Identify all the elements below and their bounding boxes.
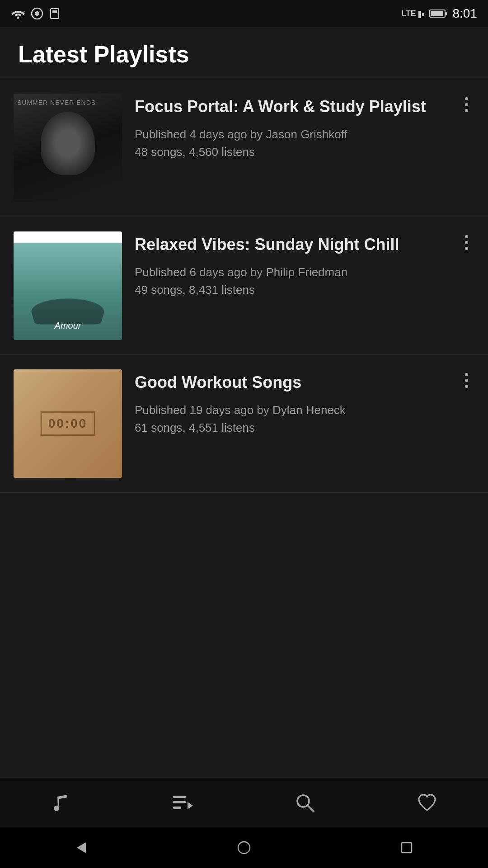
svg-point-13 (297, 795, 309, 807)
nav-search[interactable] (282, 785, 328, 821)
system-nav-bar (0, 827, 488, 868)
svg-rect-4 (51, 9, 59, 19)
playlist-published: Published 19 days ago by Dylan Heneck (135, 401, 452, 419)
playlist-thumbnail-2[interactable]: Amour (14, 231, 122, 340)
playlist-published: Published 4 days ago by Jason Grishkoff (135, 126, 452, 143)
page-header: Latest Playlists (0, 27, 488, 79)
nav-favorites[interactable] (404, 785, 450, 821)
status-time: 8:01 (453, 6, 478, 21)
playlist-menu-button[interactable] (455, 231, 477, 253)
list-item: Focus Portal: A Work & Study Playlist Pu… (0, 79, 488, 217)
playlist-icon (172, 793, 194, 813)
svg-point-0 (17, 17, 19, 19)
svg-rect-9 (445, 12, 447, 15)
nav-back-button[interactable] (68, 834, 95, 861)
playlist-info-3: Good Workout Songs Published 19 days ago… (135, 369, 474, 437)
wifi-icon: ? (11, 8, 25, 19)
home-circle-icon (237, 840, 251, 855)
svg-rect-11 (173, 801, 186, 803)
svg-line-14 (308, 806, 314, 812)
playlist-menu-button[interactable] (455, 369, 477, 391)
nav-recents-button[interactable] (393, 834, 420, 861)
playlist-info-1: Focus Portal: A Work & Study Playlist Pu… (135, 94, 474, 161)
playlist-info-2: Relaxed Vibes: Sunday Night Chill Publis… (135, 231, 474, 299)
playlist-thumbnail-1[interactable] (14, 94, 122, 202)
bottom-nav (0, 778, 488, 827)
dot-2 (465, 103, 468, 106)
svg-rect-12 (173, 807, 181, 809)
page-title: Latest Playlists (18, 41, 470, 68)
list-item: Good Workout Songs Published 19 days ago… (0, 355, 488, 493)
playlist-list: Focus Portal: A Work & Study Playlist Pu… (0, 79, 488, 778)
playlist-title[interactable]: Focus Portal: A Work & Study Playlist (135, 96, 452, 117)
status-bar-right: LTE 8:01 (401, 6, 478, 21)
playlist-thumbnail-3[interactable] (14, 369, 122, 478)
playlist-menu-button[interactable] (455, 94, 477, 115)
dot-3 (465, 247, 468, 250)
dot-1 (465, 235, 468, 238)
dot-3 (465, 109, 468, 112)
status-bar-left: ? (11, 7, 61, 20)
playlist-title[interactable]: Good Workout Songs (135, 372, 452, 392)
recents-square-icon (400, 841, 413, 854)
back-triangle-icon (74, 840, 89, 855)
svg-point-16 (238, 842, 250, 854)
svg-rect-5 (52, 10, 57, 13)
dot-2 (465, 241, 468, 244)
playlist-published: Published 6 days ago by Philip Friedman (135, 264, 452, 281)
music-note-icon (51, 793, 71, 813)
svg-rect-10 (173, 796, 186, 798)
svg-rect-8 (431, 11, 443, 16)
svg-marker-15 (77, 842, 86, 853)
record-icon (31, 7, 43, 20)
svg-point-3 (35, 11, 39, 16)
sim-icon (49, 8, 61, 19)
dot-2 (465, 379, 468, 382)
playlist-stats: 48 songs, 4,560 listens (135, 143, 452, 161)
nav-music[interactable] (38, 785, 84, 821)
status-bar: ? LTE 8:01 (0, 0, 488, 27)
lte-icon: LTE (401, 7, 424, 20)
playlist-title[interactable]: Relaxed Vibes: Sunday Night Chill (135, 234, 452, 255)
playlist-stats: 61 songs, 4,551 listens (135, 419, 452, 437)
svg-text:?: ? (23, 10, 25, 14)
heart-icon (417, 793, 437, 813)
battery-icon (429, 9, 447, 19)
thumb-2-label: Amour (14, 321, 122, 331)
dot-1 (465, 97, 468, 100)
dot-3 (465, 385, 468, 388)
svg-text:LTE: LTE (401, 9, 416, 18)
playlist-stats: 49 songs, 8,431 listens (135, 281, 452, 299)
list-item: Amour Relaxed Vibes: Sunday Night Chill … (0, 217, 488, 355)
nav-home-button[interactable] (230, 834, 258, 861)
search-icon (295, 793, 315, 813)
dot-1 (465, 373, 468, 376)
nav-playlists[interactable] (160, 785, 206, 821)
svg-rect-17 (402, 843, 412, 853)
